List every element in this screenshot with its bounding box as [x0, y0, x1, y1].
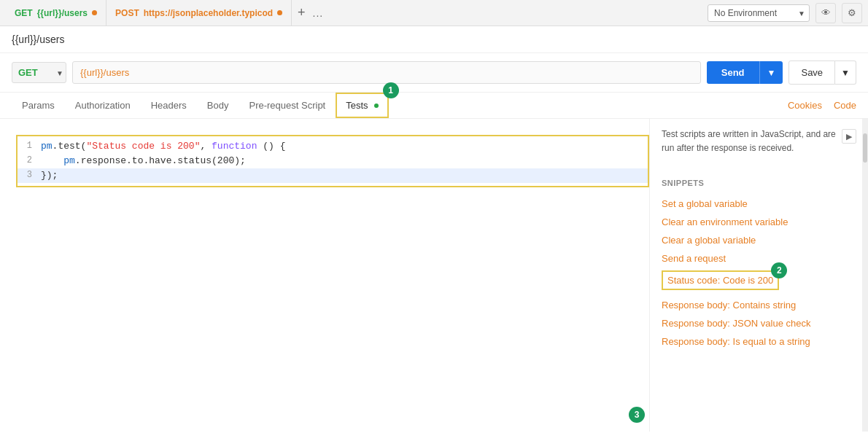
- snippet-set-global[interactable]: Set a global variable: [662, 195, 856, 213]
- code-line-2: 2 pm.response.to.have.status(200);: [18, 154, 648, 168]
- main-content: 1 pm.test("Status code is 200", function…: [0, 119, 868, 432]
- tab-dot-post: [277, 10, 282, 15]
- nav-right-links: Cookies Code: [788, 93, 856, 118]
- tab-actions: + ...: [295, 5, 323, 20]
- right-panel-info: Test scripts are written in JavaScript, …: [662, 128, 842, 155]
- tab-params[interactable]: Params: [12, 93, 65, 118]
- tests-dot: [374, 104, 379, 108]
- line-num-3: 3: [18, 168, 38, 180]
- nav-tabs: Params Authorization Headers Body Pre-re…: [0, 93, 868, 119]
- tab-authorization[interactable]: Authorization: [65, 93, 141, 118]
- snippet-response-contains[interactable]: Response body: Contains string: [662, 296, 856, 314]
- code-editor-wrapper: 1 pm.test("Status code is 200", function…: [7, 126, 649, 424]
- right-panel-arrow[interactable]: ▶: [842, 129, 856, 144]
- annotation-2: 2: [771, 262, 787, 278]
- snippets-title: SNIPPETS: [662, 179, 856, 187]
- env-section: No Environment ▼ 👁 ⚙: [708, 3, 862, 23]
- tab-get[interactable]: GET {{url}}/users: [6, 0, 106, 26]
- save-dropdown-button[interactable]: ▼: [835, 61, 856, 85]
- tab-url-get: {{url}}/users: [37, 8, 88, 18]
- line-content-2: pm.response.to.have.status(200);: [38, 154, 648, 168]
- request-title: {{url}}/users: [0, 26, 868, 53]
- snippet-send-request[interactable]: Send a request: [662, 249, 856, 268]
- send-button-group: Send ▼: [707, 61, 783, 84]
- scrollbar-thumb: [863, 133, 867, 163]
- snippet-response-json[interactable]: Response body: JSON value check: [662, 314, 856, 332]
- code-link[interactable]: Code: [834, 93, 856, 118]
- snippet-status-wrapper: Status code: Code is 200 2: [662, 270, 779, 293]
- code-editor[interactable]: 1 pm.test("Status code is 200", function…: [16, 135, 649, 187]
- line-num-2: 2: [18, 154, 38, 165]
- settings-icon[interactable]: ⚙: [842, 3, 862, 23]
- right-panel: Test scripts are written in JavaScript, …: [649, 119, 868, 432]
- tab-headers[interactable]: Headers: [141, 93, 197, 118]
- tab-tests-wrapper: 1 Tests: [336, 93, 388, 118]
- tab-url-post: https://jsonplaceholder.typicod: [144, 8, 273, 18]
- tab-post[interactable]: POST https://jsonplaceholder.typicod: [106, 0, 292, 26]
- line-num-1: 1: [18, 139, 38, 151]
- tab-method-post: POST: [115, 8, 139, 18]
- line-content-1: pm.test("Status code is 200", function (…: [38, 139, 648, 153]
- eye-icon[interactable]: 👁: [815, 3, 836, 23]
- save-button[interactable]: Save: [788, 61, 835, 85]
- tab-tests-label: Tests: [346, 100, 368, 111]
- method-select[interactable]: GET: [12, 62, 66, 83]
- snippet-clear-global[interactable]: Clear a global variable: [662, 231, 856, 249]
- code-line-1: 1 pm.test("Status code is 200", function…: [18, 139, 648, 154]
- tab-body[interactable]: Body: [197, 93, 239, 118]
- code-lines: 1 pm.test("Status code is 200", function…: [18, 136, 648, 186]
- environment-select[interactable]: No Environment: [708, 4, 810, 22]
- cookies-link[interactable]: Cookies: [788, 93, 822, 118]
- line-content-3: });: [38, 168, 648, 182]
- url-input[interactable]: [72, 61, 701, 84]
- url-bar: GET ▼ Send ▼ Save ▼: [0, 53, 868, 93]
- right-panel-header: Test scripts are written in JavaScript, …: [662, 128, 856, 167]
- snippet-response-equal[interactable]: Response body: Is equal to a string: [662, 332, 856, 351]
- code-line-3: 3 });: [18, 168, 648, 183]
- more-tabs-button[interactable]: ...: [313, 7, 324, 19]
- annotation-3: 3: [629, 407, 645, 423]
- tab-tests[interactable]: Tests: [336, 93, 388, 118]
- snippet-status-code[interactable]: Status code: Code is 200: [662, 270, 779, 290]
- scrollbar[interactable]: [862, 119, 868, 432]
- annotation-1: 1: [383, 82, 399, 98]
- tab-method-get: GET: [15, 8, 33, 18]
- save-button-group: Save ▼: [788, 61, 856, 85]
- tab-bar: GET {{url}}/users POST https://jsonplace…: [0, 0, 868, 26]
- snippet-clear-env[interactable]: Clear an environment variable: [662, 213, 856, 231]
- send-dropdown-button[interactable]: ▼: [759, 61, 783, 84]
- tab-prerequest[interactable]: Pre-request Script: [239, 93, 336, 118]
- send-button[interactable]: Send: [707, 61, 759, 84]
- add-tab-button[interactable]: +: [295, 5, 309, 20]
- tab-dot-get: [92, 10, 97, 15]
